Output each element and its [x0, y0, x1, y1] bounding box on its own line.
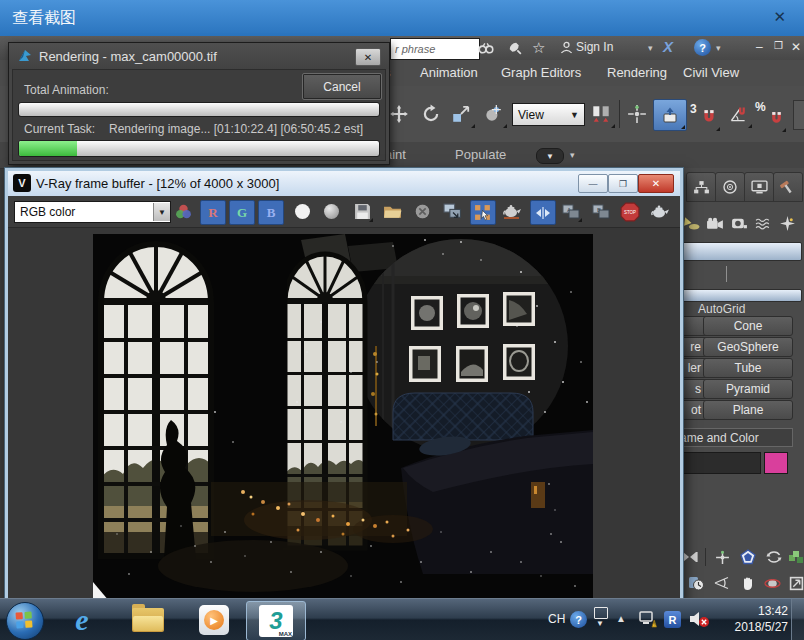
- button-plane[interactable]: Plane: [703, 400, 793, 420]
- button-cone[interactable]: Cone: [703, 316, 793, 336]
- tray-network-icon[interactable]: !: [638, 609, 658, 633]
- max-close-icon[interactable]: ✕: [791, 40, 801, 54]
- percent-snap-magnet-icon[interactable]: [765, 103, 787, 133]
- object-type-rollout-bar[interactable]: [679, 289, 802, 302]
- render-image: [93, 234, 593, 601]
- mirror-icon[interactable]: [586, 99, 616, 129]
- field-of-view-icon[interactable]: [711, 572, 733, 594]
- show-desktop-button[interactable]: [791, 599, 804, 640]
- snap-crosshair-icon[interactable]: [622, 99, 652, 129]
- red-channel-button[interactable]: R: [200, 200, 226, 225]
- compare-b-icon[interactable]: B: [589, 200, 613, 223]
- signin-caret-icon[interactable]: ▾: [648, 43, 653, 53]
- rgb-channels-icon[interactable]: [171, 200, 195, 223]
- help-icon[interactable]: ?: [694, 39, 711, 56]
- compare-a-icon[interactable]: A: [559, 200, 583, 223]
- flip-image-icon[interactable]: [530, 200, 556, 225]
- blue-channel-button[interactable]: B: [258, 200, 284, 225]
- name-color-rollout[interactable]: ame and Color: [675, 428, 793, 447]
- category-spacewarps-icon[interactable]: [752, 212, 774, 234]
- zoom-extents-icon[interactable]: [737, 546, 759, 568]
- object-color-swatch[interactable]: [764, 452, 788, 474]
- tab-motion[interactable]: [715, 172, 745, 202]
- vray-channel-dropdown[interactable]: RGB color ▼: [14, 201, 171, 223]
- category-helpers-icon[interactable]: [728, 212, 750, 234]
- time-configuration-icon[interactable]: [685, 572, 707, 594]
- menu-item-rendering[interactable]: Rendering: [607, 65, 667, 80]
- orbit-subobject-icon[interactable]: [761, 572, 783, 594]
- communication-icon[interactable]: [503, 33, 527, 63]
- object-name-field[interactable]: [677, 452, 761, 474]
- tray-help-icon[interactable]: ?: [570, 611, 587, 628]
- rendering-dialog-close-icon[interactable]: ✕: [355, 48, 381, 66]
- use-pivot-center-button[interactable]: [653, 99, 687, 131]
- max-minimize-icon[interactable]: –: [756, 40, 763, 54]
- taskbar-ie-icon[interactable]: e: [62, 603, 102, 637]
- help-caret-icon[interactable]: ▾: [716, 43, 721, 53]
- pan-hand-icon[interactable]: [737, 572, 759, 594]
- menu-item-graph-editors[interactable]: Graph Editors: [501, 65, 581, 80]
- tray-r-icon[interactable]: R: [664, 611, 681, 628]
- search-binoculars-icon[interactable]: [474, 33, 498, 63]
- viewer-close-icon[interactable]: ✕: [773, 8, 786, 26]
- angle-snap-magnet-icon[interactable]: [723, 99, 753, 129]
- tray-show-hidden-icon[interactable]: ▲: [616, 613, 626, 624]
- menu-item-animation[interactable]: Animation: [420, 65, 478, 80]
- max-restore-icon[interactable]: ❐: [774, 40, 783, 51]
- cancel-button[interactable]: Cancel: [303, 74, 381, 99]
- zoom-region-icon[interactable]: [785, 546, 804, 568]
- primitives-dropdown-bar[interactable]: [679, 242, 802, 261]
- taskbar-3dsmax-button[interactable]: 3 MAX: [246, 601, 306, 640]
- signin-link[interactable]: Sign In: [576, 40, 613, 54]
- start-button[interactable]: [6, 602, 44, 640]
- select-scale-icon[interactable]: [446, 99, 476, 129]
- search-input[interactable]: [390, 38, 480, 60]
- button-geosphere[interactable]: GeoSphere: [703, 337, 793, 357]
- favorites-star-icon[interactable]: ☆: [532, 39, 545, 57]
- taskbar: e ▶ 3 MAX CH ? ▼ ▲ ! R 13:42 2018/5/27: [0, 598, 804, 640]
- tray-clock[interactable]: 13:42 2018/5/27: [735, 603, 788, 635]
- alpha-channel-icon[interactable]: [290, 200, 314, 223]
- category-cameras-icon[interactable]: [704, 212, 726, 234]
- monochrome-icon[interactable]: [319, 200, 343, 223]
- select-rotate-icon[interactable]: [416, 99, 446, 129]
- exchange-x-icon[interactable]: X: [663, 38, 673, 55]
- taskbar-media-player-icon[interactable]: ▶: [194, 603, 234, 637]
- vray-minimize-icon[interactable]: —: [578, 174, 608, 193]
- green-channel-button[interactable]: G: [229, 200, 255, 225]
- vray-frame-buffer-window: V V-Ray frame buffer - [12% of 4000 x 30…: [5, 168, 683, 604]
- ribbon-tab-populate[interactable]: Populate: [455, 147, 506, 162]
- ribbon-caret-icon[interactable]: ▾: [570, 150, 575, 160]
- ribbon-populate-icon[interactable]: ▼: [536, 148, 564, 164]
- dolly-camera-icon[interactable]: [711, 546, 733, 568]
- toolbar-overflow-icon[interactable]: [793, 100, 804, 130]
- tab-display[interactable]: [744, 172, 774, 202]
- menu-item-civil-view[interactable]: Civil View: [683, 65, 739, 80]
- save-image-icon[interactable]: [350, 200, 374, 223]
- select-manipulate-icon[interactable]: [478, 99, 508, 129]
- category-lights-icon[interactable]: [680, 212, 702, 234]
- stop-render-icon[interactable]: STOP: [618, 200, 642, 223]
- snaps-toggle-magnet-icon[interactable]: [697, 102, 721, 132]
- tray-window-icon[interactable]: [594, 607, 608, 619]
- orbit-icon[interactable]: [763, 546, 785, 568]
- tab-hierarchy[interactable]: [686, 172, 716, 202]
- reference-coordinate-dropdown[interactable]: View ▼: [512, 103, 585, 126]
- load-image-icon[interactable]: [380, 200, 404, 223]
- tray-volume-muted-icon[interactable]: [688, 610, 710, 632]
- tab-utilities[interactable]: [773, 172, 803, 202]
- taskbar-explorer-icon[interactable]: [128, 603, 168, 637]
- render-last-icon[interactable]: [500, 200, 524, 223]
- tray-window-caret-icon[interactable]: ▼: [596, 619, 604, 628]
- category-systems-icon[interactable]: [776, 212, 798, 234]
- duplicate-to-host-icon[interactable]: [440, 200, 464, 223]
- tray-language-indicator[interactable]: CH: [548, 612, 565, 626]
- clear-image-icon[interactable]: [410, 200, 434, 223]
- vray-close-icon[interactable]: ✕: [638, 174, 674, 193]
- region-render-icon[interactable]: [470, 200, 496, 225]
- vray-restore-icon[interactable]: ❐: [608, 174, 638, 193]
- button-pyramid[interactable]: Pyramid: [703, 379, 793, 399]
- render-teapot-icon[interactable]: [648, 200, 672, 223]
- maximize-viewport-icon[interactable]: [785, 572, 804, 594]
- button-tube[interactable]: Tube: [703, 358, 793, 378]
